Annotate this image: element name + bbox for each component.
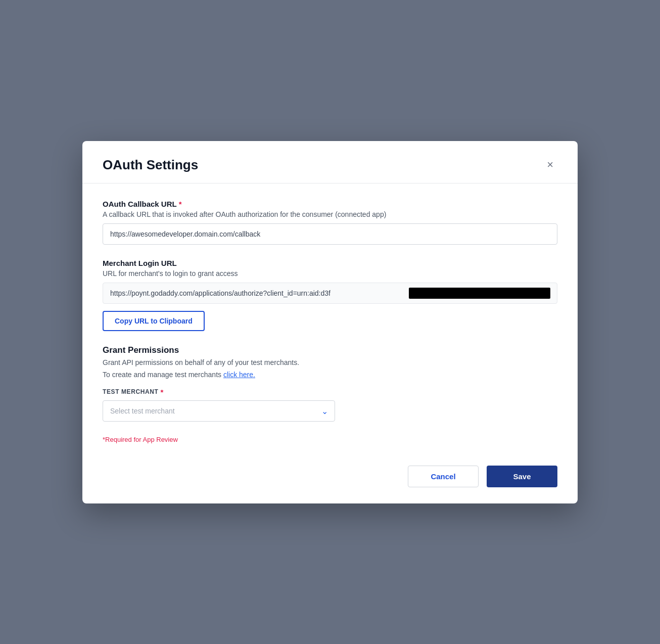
merchant-login-input-wrapper: [103, 283, 557, 304]
click-here-link[interactable]: click here.: [223, 371, 255, 379]
test-merchant-select[interactable]: Select test merchant: [103, 400, 335, 422]
oauth-callback-section: OAuth Callback URL * A callback URL that…: [103, 200, 557, 245]
required-star-merchant: *: [160, 388, 163, 396]
grant-permissions-title: Grant Permissions: [103, 345, 557, 355]
save-button[interactable]: Save: [487, 466, 557, 487]
required-star-callback: *: [179, 200, 182, 208]
modal-header: OAuth Settings ×: [82, 141, 578, 183]
test-merchant-select-wrapper: Select test merchant ⌄: [103, 400, 335, 422]
test-merchant-label: TEST MERCHANT *: [103, 388, 557, 396]
close-button[interactable]: ×: [543, 157, 557, 172]
cancel-button[interactable]: Cancel: [408, 466, 479, 487]
grant-permissions-desc: Grant API permissions on behalf of any o…: [103, 358, 557, 366]
grant-permissions-section: Grant Permissions Grant API permissions …: [103, 345, 557, 422]
oauth-settings-modal: OAuth Settings × OAuth Callback URL * A …: [82, 141, 578, 503]
grant-permissions-link-row: To create and manage test merchants clic…: [103, 371, 557, 379]
modal-footer: Cancel Save: [82, 455, 578, 503]
oauth-callback-description: A callback URL that is invoked after OAu…: [103, 210, 557, 218]
redacted-overlay: [409, 288, 550, 299]
merchant-login-section: Merchant Login URL URL for merchant's to…: [103, 259, 557, 331]
oauth-callback-label: OAuth Callback URL *: [103, 200, 557, 208]
modal-body: OAuth Callback URL * A callback URL that…: [82, 183, 578, 455]
merchant-login-label: Merchant Login URL: [103, 259, 557, 267]
copy-url-button[interactable]: Copy URL to Clipboard: [103, 311, 205, 331]
oauth-callback-input[interactable]: [103, 223, 557, 245]
merchant-login-description: URL for merchant's to login to grant acc…: [103, 269, 557, 278]
modal-title: OAuth Settings: [103, 157, 198, 173]
required-note: *Required for App Review: [103, 436, 557, 443]
